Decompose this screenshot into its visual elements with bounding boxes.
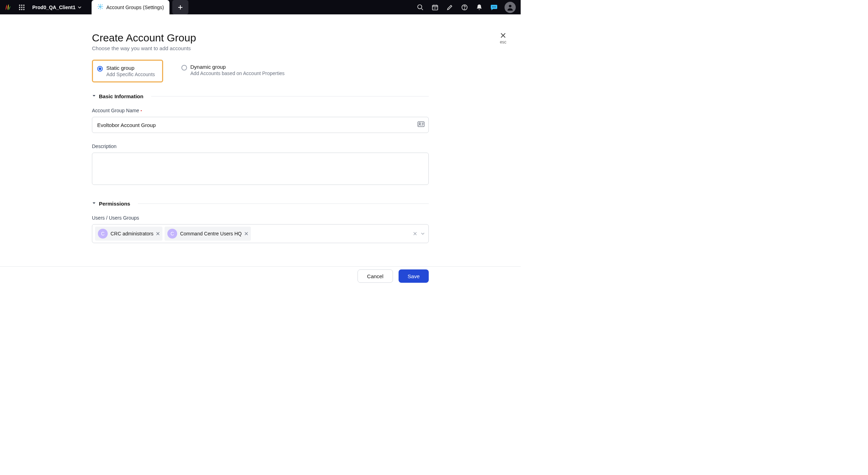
- svg-point-14: [464, 8, 465, 9]
- edit-icon[interactable]: [446, 3, 454, 12]
- svg-point-9: [100, 6, 101, 8]
- section-title: Permissions: [99, 201, 130, 207]
- account-group-name-label: Account Group Name •: [92, 108, 429, 113]
- calendar-icon[interactable]: 27: [431, 3, 439, 12]
- bell-icon[interactable]: [475, 3, 483, 12]
- chip-label: Command Centre Users HQ: [180, 231, 242, 236]
- svg-point-2: [23, 5, 25, 6]
- svg-point-7: [21, 9, 22, 10]
- save-button[interactable]: Save: [399, 269, 429, 283]
- new-tab-button[interactable]: [172, 0, 188, 14]
- svg-point-10: [418, 5, 422, 9]
- svg-point-15: [492, 6, 493, 7]
- user-avatar[interactable]: [505, 2, 516, 13]
- svg-point-18: [509, 5, 511, 7]
- required-indicator: •: [141, 109, 142, 113]
- multiselect-controls: [413, 232, 425, 236]
- description-label: Description: [92, 143, 429, 149]
- chip: C CRC administrators: [95, 227, 162, 241]
- chevron-down-icon: [78, 5, 82, 9]
- app-logo[interactable]: [3, 2, 13, 12]
- tab-strip: Account Groups (Settings): [92, 0, 188, 14]
- radio-dynamic-group[interactable]: Dynamic group Add Accounts based on Acco…: [177, 60, 292, 82]
- section-basic-information[interactable]: Basic Information: [92, 93, 429, 99]
- users-groups-label: Users / Users Groups: [92, 215, 429, 221]
- svg-point-3: [19, 7, 20, 8]
- gear-icon: [97, 4, 104, 11]
- contact-card-icon[interactable]: [418, 121, 425, 128]
- radio-dynamic-subtitle: Add Accounts based on Account Properties: [191, 71, 285, 76]
- page-title: Create Account Group: [92, 32, 429, 44]
- apps-launcher-icon[interactable]: [17, 2, 27, 12]
- section-divider: [151, 96, 429, 96]
- group-type-radio-row: Static group Add Specific Accounts Dynam…: [92, 60, 429, 82]
- help-icon[interactable]: [460, 3, 469, 12]
- radio-static-title: Static group: [106, 65, 155, 71]
- svg-point-8: [23, 9, 25, 10]
- page: Create Account Group Choose the way you …: [92, 14, 429, 243]
- clear-all-icon[interactable]: [413, 232, 417, 236]
- description-textarea[interactable]: [92, 153, 429, 185]
- page-subtitle: Choose the way you want to add accounts: [92, 45, 429, 51]
- caret-down-icon: [92, 93, 96, 99]
- top-bar: Prod0_QA_Client1 Account Groups (Setting…: [0, 0, 521, 14]
- svg-text:27: 27: [434, 7, 436, 9]
- chip-avatar: C: [98, 229, 108, 239]
- section-divider: [138, 203, 429, 204]
- radio-dynamic-title: Dynamic group: [191, 64, 285, 70]
- section-title: Basic Information: [99, 93, 143, 99]
- footer: Cancel Save: [0, 266, 521, 286]
- svg-point-1: [21, 5, 22, 6]
- svg-point-6: [19, 9, 20, 10]
- esc-label: esc: [500, 40, 507, 45]
- plus-icon: [178, 5, 183, 10]
- radio-indicator-checked: [97, 66, 103, 72]
- chip-label: CRC administrators: [111, 231, 153, 236]
- caret-down-icon: [92, 200, 96, 207]
- users-groups-multiselect[interactable]: C CRC administrators C Command Centre Us…: [92, 224, 429, 243]
- chip-remove-icon[interactable]: [245, 232, 248, 235]
- chat-icon[interactable]: [490, 3, 498, 12]
- section-permissions[interactable]: Permissions: [92, 200, 429, 207]
- cancel-button[interactable]: Cancel: [358, 269, 393, 283]
- tab-label: Account Groups (Settings): [106, 5, 164, 10]
- search-icon[interactable]: [416, 3, 425, 12]
- radio-static-group[interactable]: Static group Add Specific Accounts: [92, 60, 163, 82]
- topbar-left: Prod0_QA_Client1 Account Groups (Setting…: [3, 0, 188, 14]
- tab-account-groups[interactable]: Account Groups (Settings): [92, 0, 169, 14]
- svg-point-17: [495, 6, 496, 7]
- chip: C Command Centre Users HQ: [165, 227, 251, 241]
- account-group-name-input[interactable]: [92, 117, 429, 133]
- client-switcher[interactable]: Prod0_QA_Client1: [29, 5, 85, 10]
- svg-point-20: [419, 123, 421, 124]
- topbar-right: 27: [416, 2, 518, 13]
- svg-point-4: [21, 7, 22, 8]
- radio-static-subtitle: Add Specific Accounts: [106, 72, 155, 77]
- radio-indicator-unchecked: [181, 65, 187, 71]
- svg-point-0: [19, 5, 20, 6]
- chip-avatar: C: [167, 229, 177, 239]
- close-icon: [500, 32, 507, 39]
- chevron-down-icon[interactable]: [421, 232, 425, 236]
- svg-point-5: [23, 7, 25, 8]
- chip-remove-icon[interactable]: [156, 232, 160, 235]
- content-area: esc Create Account Group Choose the way …: [0, 14, 521, 266]
- client-name: Prod0_QA_Client1: [32, 5, 75, 10]
- close-button[interactable]: esc: [500, 32, 507, 45]
- account-group-name-wrap: [92, 117, 429, 133]
- svg-point-16: [494, 6, 494, 7]
